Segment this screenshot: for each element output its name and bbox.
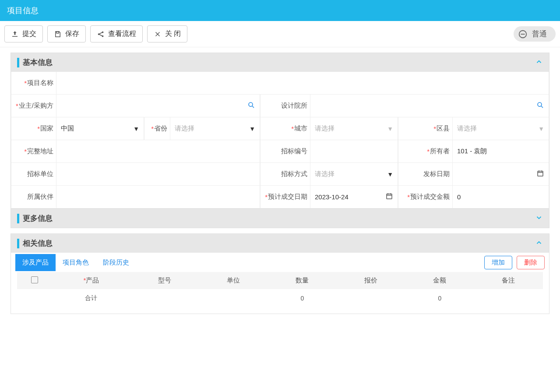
select-country[interactable]: 中国 ▼ [56,117,144,140]
svg-rect-16 [538,171,543,176]
section-related: 相关信息 涉及产品 项目角色 阶段历史 增加 删除 *产品 型号 单位 数量 [11,233,549,314]
th-amount: 金额 [405,272,474,289]
upload-icon [11,30,19,38]
window-controls [539,7,553,14]
section-header-basic[interactable]: 基本信息 [11,53,549,72]
accent-bar [17,214,19,223]
input-owner-purchaser[interactable] [56,95,260,117]
status-pill[interactable]: 普通 [514,26,556,42]
label-design-institute: 设计院所 [260,95,310,117]
add-button[interactable]: 增加 [484,256,512,269]
search-icon[interactable] [247,101,255,110]
input-expected-deal-amount[interactable]: 0 [453,186,549,208]
products-table-wrap: *产品 型号 单位 数量 报价 金额 备注 合计 [11,272,549,314]
view-process-label: 查看流程 [108,29,136,39]
minus-circle-icon [518,29,528,39]
label-district: *区县 [398,117,453,140]
save-icon [54,30,62,38]
select-city[interactable]: 请选择 ▼ [310,117,398,140]
chevron-down-icon: ▼ [133,125,139,132]
save-label: 保存 [65,29,79,39]
th-unit: 单位 [199,272,268,289]
svg-rect-4 [56,32,59,33]
input-full-address[interactable] [56,140,260,163]
section-title-related: 相关信息 [23,238,53,248]
accent-bar [17,239,19,248]
total-label: 合计 [52,289,130,307]
th-qty: 数量 [268,272,337,289]
search-icon[interactable] [536,101,544,110]
label-owner-purchaser: *业主/采购方 [11,95,56,117]
total-amount: 0 [405,289,474,307]
products-table: *产品 型号 单位 数量 报价 金额 备注 合计 [17,272,543,307]
tab-roles[interactable]: 项目角色 [56,254,96,271]
delete-button[interactable]: 删除 [517,256,545,269]
label-city: *城市 [260,117,310,140]
save-button[interactable]: 保存 [47,25,86,42]
section-title-more: 更多信息 [23,213,53,223]
svg-line-15 [541,106,543,108]
label-bid-number: 招标编号 [260,140,310,163]
input-project-name[interactable] [56,72,549,95]
label-owner2: *所有者 [398,140,453,163]
input-owner2[interactable]: 101 - 袁朗 [453,140,549,163]
svg-rect-20 [387,194,392,199]
submit-button[interactable]: 提交 [4,25,43,42]
submit-label: 提交 [22,29,36,39]
total-qty: 0 [268,289,337,307]
th-product: *产品 [52,272,130,289]
label-bid-method: 招标方式 [260,163,310,186]
label-country: *国家 [11,117,56,140]
select-district[interactable]: 请选择 ▼ [453,117,549,140]
toolbar: 提交 保存 查看流程 关 闭 普通 [0,21,560,47]
table-total-row: 合计 0 0 [17,289,543,307]
input-bid-number[interactable] [310,140,398,163]
checkbox-all[interactable] [31,276,38,283]
th-remark: 备注 [474,272,543,289]
input-partner[interactable] [56,186,260,208]
input-design-institute[interactable] [310,95,549,117]
calendar-icon[interactable] [385,192,393,201]
chevron-down-icon: ▼ [387,125,393,132]
title-bar: 项目信息 [0,0,560,21]
chevron-down-icon: ▼ [249,125,255,132]
chevron-down-icon[interactable] [535,214,543,223]
select-bid-method[interactable]: 请选择 ▼ [310,163,398,186]
window-title: 项目信息 [7,5,39,16]
calendar-icon[interactable] [536,170,544,179]
close-button[interactable]: 关 闭 [147,25,187,42]
tab-products[interactable]: 涉及产品 [15,254,56,271]
th-price: 报价 [337,272,405,289]
section-title-basic: 基本信息 [23,57,53,67]
close-label: 关 闭 [165,29,181,39]
accent-bar [17,58,19,67]
section-basic: 基本信息 *项目名称 *业主/采购方 设计院所 *国家 [11,53,549,228]
x-icon [154,30,162,38]
svg-line-13 [252,106,254,108]
svg-point-12 [249,102,253,106]
select-province[interactable]: 请选择 ▼ [170,117,260,140]
input-expected-deal-date[interactable]: 2023-10-24 [310,186,398,208]
chevron-down-icon: ▼ [538,125,544,132]
label-full-address: *完整地址 [11,140,56,163]
share-icon [97,30,105,38]
chevron-up-icon[interactable] [535,58,543,67]
label-bid-unit: 招标单位 [11,163,56,186]
label-province: *省份 [144,117,170,140]
th-model: 型号 [130,272,199,289]
view-process-button[interactable]: 查看流程 [90,25,143,42]
label-expected-deal-date: *预计成交日期 [260,186,310,208]
label-expected-deal-amount: *预计成交金额 [398,186,453,208]
input-bid-unit[interactable] [56,163,260,186]
label-project-name: *项目名称 [11,72,56,95]
chevron-up-icon[interactable] [535,239,543,248]
svg-point-14 [538,102,542,106]
tab-history[interactable]: 阶段历史 [96,254,136,271]
section-header-more[interactable]: 更多信息 [11,208,549,228]
chevron-down-icon: ▼ [387,171,393,178]
section-header-related[interactable]: 相关信息 [11,234,549,253]
input-issue-date[interactable] [453,163,549,186]
label-issue-date: 发标日期 [398,163,453,186]
label-partner: 所属伙伴 [11,186,56,208]
tabs-row: 涉及产品 项目角色 阶段历史 增加 删除 [11,253,549,272]
